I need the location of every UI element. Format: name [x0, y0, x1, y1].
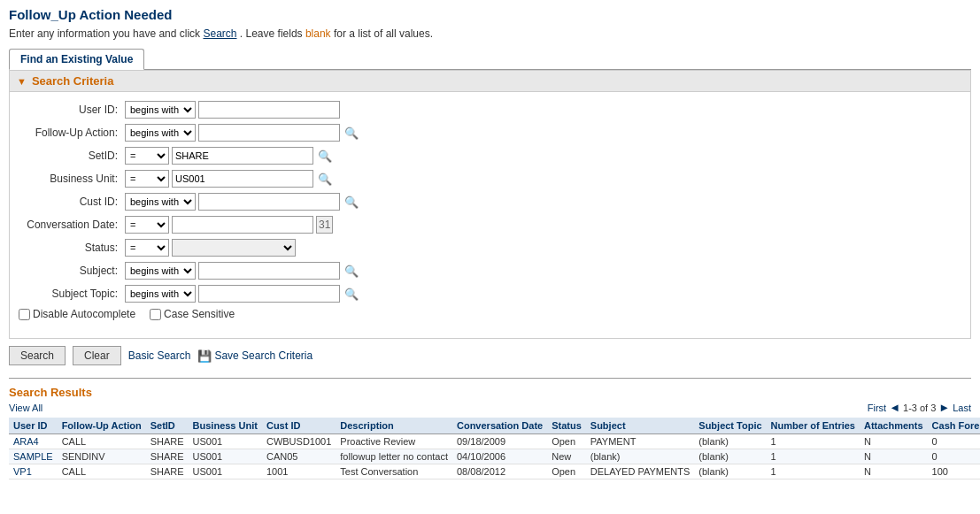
cell-conversation_date: 04/10/2006 — [452, 449, 547, 464]
subject-topic-input[interactable] — [198, 285, 340, 303]
save-search-label: Save Search Criteria — [214, 349, 313, 362]
checkbox-row: Disable Autocomplete Case Sensitive — [19, 308, 961, 320]
status-label: Status: — [19, 242, 125, 254]
search-criteria-section: ▼ Search Criteria User ID: begins with=n… — [9, 70, 971, 339]
cell-follow_up_action: CALL — [58, 434, 146, 449]
cell-cash_forecast: 0 — [928, 449, 980, 464]
cell-link-user_id[interactable]: ARA4 — [13, 436, 39, 447]
cust-id-lookup-icon[interactable]: 🔍 — [344, 196, 359, 209]
col-status: Status — [547, 418, 586, 434]
cell-num_entries: 1 — [767, 464, 860, 479]
cust-id-controls: begins with=not = 🔍 — [125, 193, 359, 211]
subject-operator[interactable]: begins with=not = — [125, 262, 196, 280]
cust-id-label: Cust ID: — [19, 196, 125, 208]
conversation-date-operator[interactable]: =not =>=<= — [125, 216, 169, 234]
save-search-link[interactable]: 💾 Save Search Criteria — [197, 349, 313, 363]
follow-up-action-input[interactable] — [198, 124, 340, 142]
collapse-icon[interactable]: ▼ — [17, 76, 27, 87]
subject-topic-operator[interactable]: begins with=not = — [125, 285, 196, 303]
subtitle-search-link[interactable]: Search — [203, 27, 236, 40]
cell-cust_id: CWBUSD1001 — [262, 434, 336, 449]
case-sensitive-label[interactable]: Case Sensitive — [150, 308, 235, 320]
cell-link-user_id[interactable]: SAMPLE — [13, 451, 53, 462]
subject-topic-label: Subject Topic: — [19, 288, 125, 300]
view-all-link[interactable]: View All — [9, 403, 42, 413]
search-button[interactable]: Search — [9, 346, 66, 365]
cell-cust_id: 1001 — [262, 464, 336, 479]
cell-user_id[interactable]: SAMPLE — [9, 449, 58, 464]
search-criteria-label: Search Criteria — [32, 74, 114, 88]
tab-find-existing[interactable]: Find an Existing Value — [9, 49, 144, 70]
follow-up-action-label: Follow-Up Action: — [19, 127, 125, 139]
cell-business_unit: US001 — [189, 449, 262, 464]
subject-input[interactable] — [198, 262, 340, 280]
cell-user_id[interactable]: ARA4 — [9, 434, 58, 449]
col-business-unit: Business Unit — [189, 418, 262, 434]
conversation-date-input[interactable] — [172, 216, 313, 234]
business-unit-input[interactable] — [172, 170, 313, 188]
last-page-link[interactable]: Last — [953, 403, 971, 413]
case-sensitive-text: Case Sensitive — [164, 308, 235, 320]
user-id-label: User ID: — [19, 104, 125, 116]
col-cash-forecast: Cash Forecast — [928, 418, 980, 434]
first-page-link[interactable]: First — [868, 403, 886, 413]
criteria-body: User ID: begins with=not =contains Follo… — [10, 92, 970, 338]
cell-conversation_date: 08/08/2012 — [452, 464, 547, 479]
setid-operator[interactable]: =not =begins with — [125, 147, 169, 165]
cell-cash_forecast: 0 — [928, 434, 980, 449]
user-id-input[interactable] — [198, 101, 340, 119]
cell-status: Open — [547, 434, 586, 449]
page-range: 1-3 of 3 — [903, 403, 936, 413]
subtitle-start: Enter any information you have and click — [9, 27, 200, 40]
case-sensitive-checkbox[interactable] — [150, 309, 161, 320]
cell-subject: DELAYED PAYMENTS — [586, 464, 694, 479]
conversation-date-row: Conversation Date: =not =>=<= 31 — [19, 216, 961, 234]
clear-button[interactable]: Clear — [73, 346, 121, 365]
next-page-btn[interactable]: ► — [938, 401, 950, 414]
cell-subject_topic: (blank) — [694, 449, 766, 464]
disable-autocomplete-checkbox[interactable] — [19, 309, 30, 320]
cell-status: Open — [547, 464, 586, 479]
prev-page-btn[interactable]: ◄ — [889, 401, 900, 414]
cell-description: Test Conversation — [336, 464, 452, 479]
cust-id-operator[interactable]: begins with=not = — [125, 193, 196, 211]
follow-up-action-operator[interactable]: begins with=not = — [125, 124, 196, 142]
disable-autocomplete-text: Disable Autocomplete — [33, 308, 135, 320]
table-row: SAMPLESENDINVSHAREUS001CAN05followup let… — [9, 449, 980, 464]
cell-num_entries: 1 — [767, 434, 860, 449]
user-id-operator[interactable]: begins with=not =contains — [125, 101, 196, 119]
col-num-entries: Number of Entries — [767, 418, 860, 434]
cell-user_id[interactable]: VP1 — [9, 464, 58, 479]
disable-autocomplete-label[interactable]: Disable Autocomplete — [19, 308, 135, 320]
subject-lookup-icon[interactable]: 🔍 — [344, 265, 359, 278]
col-follow-up-action: Follow-Up Action — [58, 418, 146, 434]
user-id-controls: begins with=not =contains — [125, 101, 340, 119]
setid-lookup-icon[interactable]: 🔍 — [318, 150, 332, 163]
cell-subject: PAYMENT — [586, 434, 694, 449]
subject-topic-controls: begins with=not = 🔍 — [125, 285, 359, 303]
setid-input[interactable] — [172, 147, 313, 165]
subtitle-middle: . Leave fields — [240, 27, 303, 40]
basic-search-link[interactable]: Basic Search — [128, 349, 191, 362]
cell-link-user_id[interactable]: VP1 — [13, 466, 32, 477]
subject-topic-lookup-icon[interactable]: 🔍 — [344, 288, 359, 301]
status-operator[interactable]: =not = — [125, 239, 169, 257]
results-tbody: ARA4CALLSHAREUS001CWBUSD1001Proactive Re… — [9, 434, 980, 479]
col-setid: SetID — [146, 418, 189, 434]
results-bar: View All First ◄ 1-3 of 3 ► Last — [9, 401, 971, 414]
business-unit-lookup-icon[interactable]: 🔍 — [318, 173, 332, 186]
save-search-icon: 💾 — [197, 349, 212, 363]
cell-follow_up_action: CALL — [58, 464, 146, 479]
cell-subject_topic: (blank) — [694, 434, 766, 449]
cust-id-input[interactable] — [198, 193, 340, 211]
follow-up-action-lookup-icon[interactable]: 🔍 — [344, 127, 359, 140]
col-subject-topic: Subject Topic — [694, 418, 766, 434]
business-unit-row: Business Unit: =not =begins with 🔍 — [19, 170, 961, 188]
col-attachments: Attachments — [860, 418, 928, 434]
calendar-icon[interactable]: 31 — [316, 216, 333, 234]
business-unit-operator[interactable]: =not =begins with — [125, 170, 169, 188]
status-value-dropdown[interactable]: Open New Closed — [172, 239, 296, 257]
setid-controls: =not =begins with 🔍 — [125, 147, 332, 165]
cell-setid: SHARE — [146, 449, 189, 464]
col-cust-id: Cust ID — [262, 418, 336, 434]
